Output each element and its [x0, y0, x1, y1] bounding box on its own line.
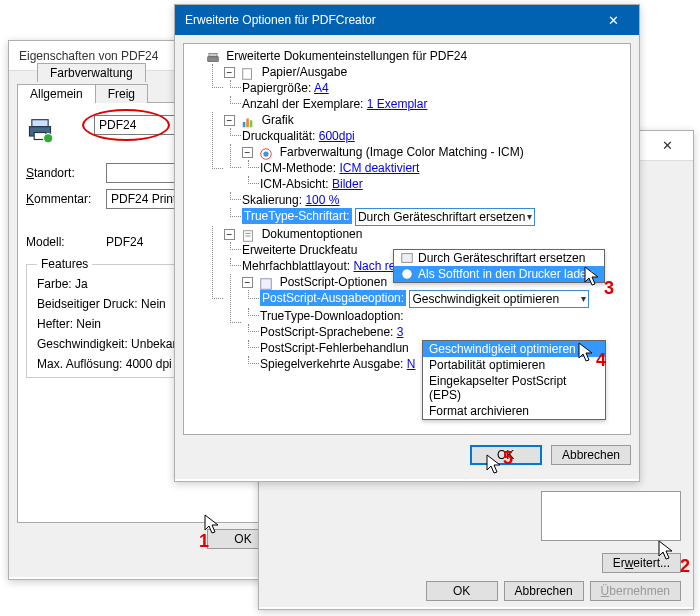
truetype-combo-value: Durch Geräteschriftart ersetzen — [358, 209, 525, 225]
truetype-option-device[interactable]: Durch Geräteschriftart ersetzen — [394, 250, 604, 266]
svg-rect-3 — [32, 120, 48, 127]
comment-label: Kommentar: — [26, 192, 106, 206]
chevron-down-icon: ▾ — [527, 209, 532, 225]
tab-share[interactable]: Freig — [95, 84, 148, 103]
collapse-icon[interactable]: − — [242, 147, 253, 158]
svg-rect-12 — [250, 120, 253, 127]
grafik-icon — [241, 115, 255, 127]
collapse-icon[interactable]: − — [242, 277, 253, 288]
win2-ok-button[interactable]: OK — [426, 581, 498, 601]
location-label: Standort: — [26, 166, 106, 180]
ps-err-label[interactable]: PostScript-Fehlerbehandlun — [260, 341, 409, 355]
paper-size-label: Papiergröße: — [242, 81, 311, 95]
ps-output-dropdown[interactable]: Geschwindigkeit optimieren Portabilität … — [422, 340, 606, 420]
mirror-value[interactable]: N — [407, 357, 416, 371]
paper-icon — [241, 67, 255, 79]
win2-cancel-button[interactable]: Abbrechen — [504, 581, 584, 601]
collapse-icon[interactable]: − — [224, 67, 235, 78]
quality-value[interactable]: 600dpi — [319, 129, 355, 143]
font-device-icon — [400, 251, 414, 265]
paper-size-value[interactable]: A4 — [314, 81, 329, 95]
tree-root-label: Erweiterte Dokumenteinstellungen für PDF… — [226, 49, 467, 63]
color-mgmt-label[interactable]: Farbverwaltung (Image Color Matching - I… — [280, 145, 524, 159]
paper-copies-label: Anzahl der Exemplare: — [242, 97, 363, 111]
preview-area — [541, 491, 681, 541]
features-legend: Features — [37, 257, 92, 271]
win2-apply-button: Übernehmen — [590, 581, 681, 601]
truetype-combo[interactable]: Durch Geräteschriftart ersetzen ▾ — [355, 208, 535, 226]
ps-lang-label: PostScript-Sprachebene: — [260, 325, 393, 339]
truetype-label[interactable]: TrueType-Schriftart: — [242, 208, 352, 224]
tt-download-label[interactable]: TrueType-Downloadoption: — [260, 309, 404, 323]
font-download-icon — [400, 267, 414, 281]
tree-grafik-label[interactable]: Grafik — [262, 113, 294, 127]
paper-copies-value[interactable]: 1 Exemplar — [367, 97, 428, 111]
tree-paper-label[interactable]: Papier/Ausgabe — [262, 65, 347, 79]
collapse-icon[interactable]: − — [224, 115, 235, 126]
ps-output-opt-portability[interactable]: Portabilität optimieren — [423, 357, 605, 373]
svg-rect-8 — [208, 57, 219, 62]
icm-intent-value[interactable]: Bilder — [332, 177, 363, 191]
tab-color-management[interactable]: Farbverwaltung — [37, 63, 146, 82]
svg-point-14 — [264, 151, 269, 156]
tab-general[interactable]: Allgemein — [17, 84, 96, 103]
advanced-button[interactable]: Erweitert... — [602, 553, 681, 573]
tree-doc-label[interactable]: Dokumentoptionen — [262, 227, 363, 241]
scaling-value[interactable]: 100 % — [305, 193, 339, 207]
model-label: Modell: — [26, 235, 106, 249]
svg-rect-9 — [243, 69, 252, 80]
multi-label: Mehrfachblattlayout: — [242, 259, 350, 273]
svg-rect-19 — [402, 254, 413, 263]
icm-method-label: ICM-Methode: — [260, 161, 336, 175]
win3-ok-button[interactable]: OK — [470, 445, 542, 465]
mirror-label: Spiegelverkehrte Ausgabe: — [260, 357, 403, 371]
svg-rect-7 — [209, 53, 217, 57]
ps-output-opt-eps[interactable]: Eingekapselter PostScript (EPS) — [423, 373, 605, 403]
ps-output-opt-archive[interactable]: Format archivieren — [423, 403, 605, 419]
printer-icon — [206, 51, 220, 63]
advanced-options-titlebar: Erweiterte Optionen für PDFCreator ✕ — [175, 5, 639, 35]
adv-print-label[interactable]: Erweiterte Druckfeatu — [242, 243, 357, 257]
ps-output-combo[interactable]: Geschwindigkeit optimieren ▾ — [409, 290, 589, 308]
icm-method-value[interactable]: ICM deaktiviert — [339, 161, 419, 175]
svg-rect-11 — [247, 118, 250, 127]
ps-output-opt-speed[interactable]: Geschwindigkeit optimieren — [423, 341, 605, 357]
svg-rect-18 — [261, 279, 272, 290]
win3-cancel-button[interactable]: Abbrechen — [551, 445, 631, 465]
chevron-down-icon: ▾ — [581, 291, 586, 307]
close-icon[interactable]: ✕ — [647, 138, 687, 153]
ps-output-combo-value: Geschwindigkeit optimieren — [412, 291, 559, 307]
ps-output-label[interactable]: PostScript-Ausgabeoption: — [260, 290, 406, 306]
icm-intent-label: ICM-Absicht: — [260, 177, 329, 191]
quality-label: Druckqualität: — [242, 129, 315, 143]
svg-rect-10 — [243, 122, 246, 127]
svg-point-6 — [44, 134, 53, 143]
postscript-icon — [259, 277, 273, 289]
scaling-label: Skalierung: — [242, 193, 302, 207]
color-mgmt-icon — [259, 147, 273, 159]
truetype-dropdown[interactable]: Durch Geräteschriftart ersetzen Als Soft… — [393, 249, 605, 283]
ps-lang-value[interactable]: 3 — [397, 325, 404, 339]
printer-icon — [26, 115, 54, 146]
document-icon — [241, 229, 255, 241]
ps-label[interactable]: PostScript-Optionen — [280, 275, 387, 289]
truetype-option-softfont[interactable]: Als Softfont in den Drucker laden — [394, 266, 604, 282]
close-icon[interactable]: ✕ — [593, 13, 633, 28]
advanced-options-title: Erweiterte Optionen für PDFCreator — [181, 13, 593, 27]
model-value: PDF24 — [106, 235, 143, 249]
collapse-icon[interactable]: − — [224, 229, 235, 240]
